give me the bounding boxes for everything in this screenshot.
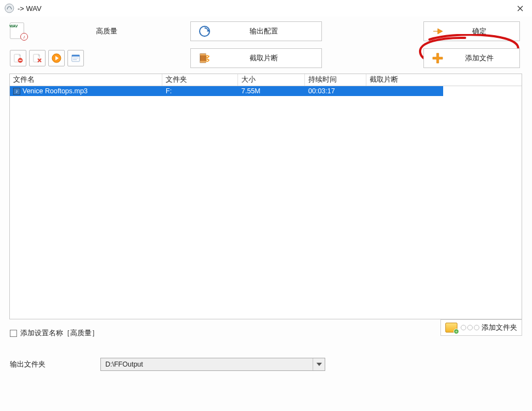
svg-rect-13 bbox=[200, 61, 206, 63]
svg-rect-10 bbox=[73, 59, 77, 60]
file-folder: F: bbox=[162, 87, 238, 95]
quality-label: 高质量 bbox=[96, 26, 117, 36]
cut-clip-label: 截取片断 bbox=[213, 53, 315, 63]
col-header-clip[interactable]: 截取片断 bbox=[366, 74, 443, 86]
window-title: -> WAV bbox=[18, 4, 42, 13]
arrow-right-icon bbox=[431, 25, 445, 37]
clear-list-button[interactable] bbox=[29, 50, 46, 66]
output-config-button[interactable]: 输出配置 bbox=[190, 21, 322, 41]
plus-icon bbox=[431, 52, 445, 64]
svg-rect-9 bbox=[73, 58, 78, 58]
confirm-button[interactable]: 确定 bbox=[423, 21, 520, 41]
pager-dots bbox=[461, 325, 479, 330]
svg-rect-8 bbox=[72, 55, 80, 57]
folder-plus-icon: + bbox=[445, 323, 457, 333]
svg-point-0 bbox=[5, 4, 14, 13]
output-folder-value: D:\FFOutput bbox=[105, 361, 143, 368]
file-list[interactable]: 文件名 文件夹 大小 持续时间 截取片断 ♪ Venice Rooftops.m… bbox=[9, 74, 522, 319]
append-preset-name-checkbox[interactable] bbox=[10, 330, 17, 337]
file-size: 7.55M bbox=[238, 87, 305, 95]
output-config-label: 输出配置 bbox=[213, 26, 315, 36]
remove-selected-button[interactable] bbox=[10, 50, 26, 66]
file-row[interactable]: ♪ Venice Rooftops.mp3 F: 7.55M 00:03:17 bbox=[10, 86, 443, 96]
svg-rect-4 bbox=[19, 60, 21, 61]
file-list-header: 文件名 文件夹 大小 持续时间 截取片断 bbox=[10, 74, 522, 86]
media-info-button[interactable] bbox=[67, 50, 84, 66]
add-folder-label: 添加文件夹 bbox=[482, 323, 517, 333]
film-cut-icon bbox=[197, 52, 212, 64]
audio-file-icon: ♪ bbox=[13, 88, 20, 95]
add-file-button[interactable]: 添加文件 bbox=[423, 48, 520, 68]
col-header-name[interactable]: 文件名 bbox=[10, 74, 162, 86]
format-wav-icon: WAV ♪ bbox=[10, 22, 27, 40]
output-folder-combo[interactable]: D:\FFOutput bbox=[100, 358, 325, 371]
confirm-label: 确定 bbox=[446, 26, 513, 36]
gear-refresh-icon bbox=[197, 25, 212, 37]
file-name: Venice Rooftops.mp3 bbox=[22, 87, 88, 95]
svg-rect-12 bbox=[200, 54, 206, 55]
output-folder-label: 输出文件夹 bbox=[10, 359, 100, 369]
chevron-down-icon[interactable] bbox=[313, 358, 325, 370]
cut-clip-button[interactable]: 截取片断 bbox=[190, 48, 322, 68]
add-folder-button[interactable]: + 添加文件夹 bbox=[440, 319, 522, 336]
file-duration: 00:03:17 bbox=[305, 87, 366, 95]
add-file-label: 添加文件 bbox=[446, 53, 513, 63]
col-header-duration[interactable]: 持续时间 bbox=[305, 74, 366, 86]
app-icon bbox=[4, 3, 14, 13]
col-header-folder[interactable]: 文件夹 bbox=[162, 74, 238, 86]
col-header-size[interactable]: 大小 bbox=[238, 74, 305, 86]
append-preset-name-label: 添加设置名称［高质量］ bbox=[20, 328, 99, 338]
close-button[interactable] bbox=[512, 1, 528, 16]
play-button[interactable] bbox=[48, 50, 65, 66]
